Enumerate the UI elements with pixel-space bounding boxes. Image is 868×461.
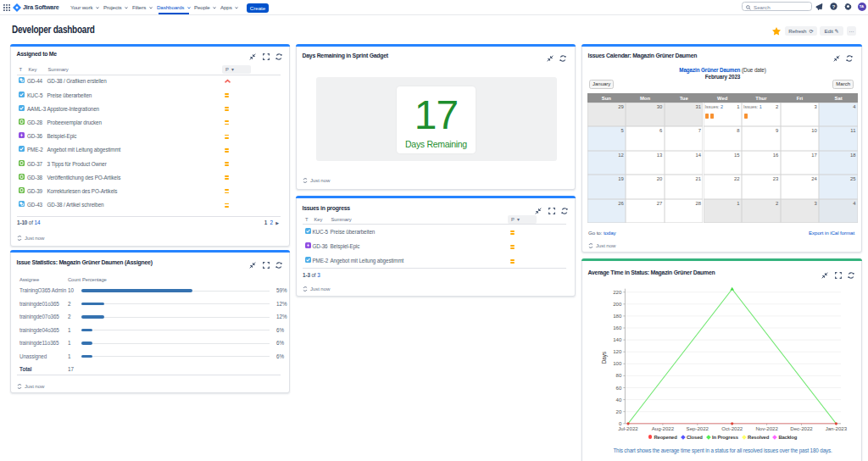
svg-text:Jan-2023: Jan-2023 [826, 425, 848, 431]
svg-text:40: 40 [616, 397, 622, 403]
svg-text:100: 100 [613, 360, 622, 366]
svg-text:Days: Days [601, 352, 608, 364]
svg-text:Aug-2022: Aug-2022 [652, 425, 675, 431]
svg-text:140: 140 [613, 336, 622, 342]
svg-text:200: 200 [613, 301, 622, 307]
svg-text:220: 220 [613, 289, 622, 295]
svg-text:?: ? [832, 4, 835, 9]
svg-text:Nov-2022: Nov-2022 [755, 425, 778, 431]
svg-text:Sep-2022: Sep-2022 [687, 425, 709, 431]
svg-text:Dec-2022: Dec-2022 [790, 425, 813, 431]
svg-text:60: 60 [616, 385, 622, 391]
svg-text:Oct-2022: Oct-2022 [721, 425, 743, 431]
svg-text:Jul-2022: Jul-2022 [618, 425, 638, 431]
svg-text:20: 20 [616, 408, 622, 414]
svg-text:80: 80 [616, 372, 622, 378]
svg-text:160: 160 [613, 325, 622, 330]
svg-text:180: 180 [613, 313, 622, 319]
svg-text:120: 120 [613, 348, 622, 354]
